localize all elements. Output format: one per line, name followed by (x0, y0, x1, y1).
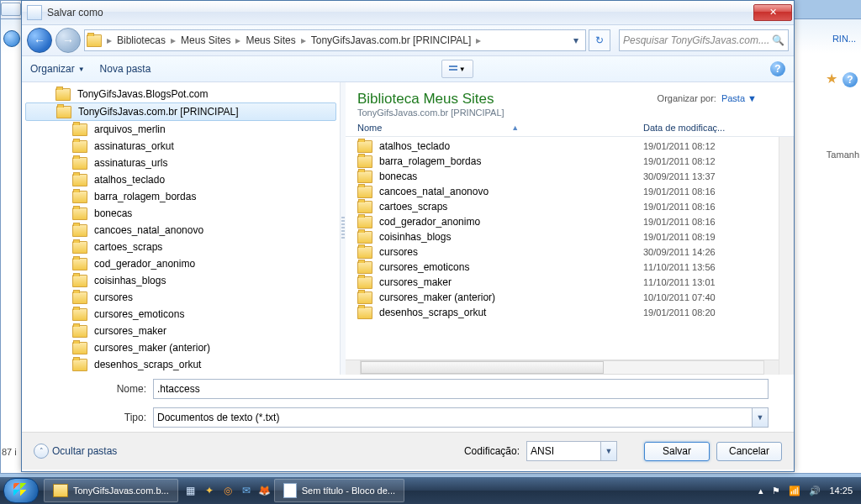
folder-tree[interactable]: TonyGifsJavas.BlogsPot.comTonyGifsJavas.… (22, 82, 341, 375)
file-date: 30/09/2011 13:37 (643, 171, 779, 181)
tree-item[interactable]: cursores_maker (22, 323, 340, 339)
filename-input[interactable] (153, 379, 769, 399)
tree-item[interactable]: cursores_maker (anterior) (22, 339, 340, 356)
file-date: 19/01/2011 08:12 (643, 141, 779, 151)
view-button[interactable]: ▼ (441, 60, 473, 78)
tree-item[interactable]: cancoes_natal_anonovo (22, 222, 340, 239)
list-item[interactable]: cartoes_scraps19/01/2011 08:16 (357, 199, 779, 214)
taskbar-item[interactable]: TonyGifsJavas.com.b... (44, 479, 178, 502)
breadcrumb-seg[interactable]: TonyGifsJavas.com.br [PRINCIPAL] (308, 30, 475, 50)
close-button[interactable] (753, 4, 792, 21)
folder-icon (72, 342, 87, 354)
list-item[interactable]: coisinhas_blogs19/01/2011 08:19 (357, 229, 779, 244)
tray-flag-icon[interactable]: ⚑ (772, 486, 780, 496)
pinned-icon[interactable]: 🦊 (256, 481, 274, 500)
chevron-right-icon[interactable]: ▸ (299, 34, 308, 46)
pinned-icon[interactable]: ▦ (182, 481, 200, 500)
tree-item-label: TonyGifsJavas.com.br [PRINCIPAL] (78, 106, 239, 118)
organize-button[interactable]: Organizar▼ (30, 63, 85, 75)
hide-folders-button[interactable]: ˄ Ocultar pastas (34, 444, 117, 459)
tree-item-label: desenhos_scraps_orkut (94, 359, 201, 370)
tree-item-label: barra_rolagem_bordas (94, 191, 196, 202)
breadcrumb-seg[interactable]: Meus Sites (242, 30, 298, 50)
breadcrumb-seg[interactable]: Bibliotecas (114, 30, 169, 50)
chevron-right-icon[interactable]: ▸ (169, 34, 177, 46)
scrollbar-thumb[interactable] (361, 361, 604, 374)
new-folder-button[interactable]: Nova pasta (100, 63, 151, 75)
refresh-button[interactable]: ↻ (589, 29, 610, 51)
search-icon[interactable]: 🔍 (772, 34, 784, 46)
encoding-combo[interactable]: ANSI ▼ (526, 441, 617, 461)
save-button[interactable]: Salvar (644, 442, 710, 461)
taskbar[interactable]: TonyGifsJavas.com.b... ▦ ✦ ◎ ✉ 🦊 Sem tít… (0, 477, 861, 504)
file-name: cursores_emoticons (379, 261, 469, 273)
organize-by-value[interactable]: Pasta ▼ (721, 93, 757, 103)
chevron-right-icon[interactable]: ▸ (105, 34, 114, 46)
address-bar[interactable]: ▸ Bibliotecas ▸ Meus Sites ▸ Meus Sites … (84, 29, 586, 51)
titlebar[interactable]: Salvar como (22, 1, 794, 25)
tree-item[interactable]: cursores (22, 289, 340, 306)
tree-item[interactable]: bonecas (22, 205, 340, 222)
list-item[interactable]: cursores30/09/2011 14:26 (357, 244, 779, 260)
tray-volume-icon[interactable]: 🔊 (809, 486, 821, 496)
start-button[interactable] (3, 478, 39, 503)
list-item[interactable]: cancoes_natal_anonovo19/01/2011 08:16 (357, 184, 779, 199)
chevron-down-icon[interactable]: ▼ (752, 408, 768, 427)
folder-icon (357, 231, 372, 244)
taskbar-item[interactable]: Sem título - Bloco de... (274, 479, 404, 502)
tree-item[interactable]: desenhos_scraps_orkut (22, 356, 340, 373)
col-name[interactable]: Nome▲ (357, 123, 643, 133)
tree-item[interactable]: TonyGifsJavas.BlogsPot.com (22, 86, 340, 102)
pinned-icon[interactable]: ✦ (200, 481, 219, 500)
bg-tab[interactable]: RIN... (832, 34, 856, 44)
tree-item[interactable]: coisinhas_blogs (22, 272, 340, 289)
file-name: cancoes_natal_anonovo (379, 186, 489, 197)
clock[interactable]: 14:25 (829, 486, 853, 496)
system-tray[interactable]: ▴ ⚑ 📶 🔊 14:25 (758, 486, 858, 496)
list-item[interactable]: bonecas30/09/2011 13:37 (357, 169, 779, 184)
help-button[interactable]: ? (770, 61, 785, 76)
tree-item[interactable]: cartoes_scraps (22, 239, 340, 255)
tree-item[interactable]: atalhos_teclado (22, 171, 340, 188)
bg-nav-button[interactable] (3, 30, 20, 47)
bg-star-icon[interactable]: ★ (826, 72, 839, 86)
forward-button[interactable]: → (55, 28, 81, 53)
tree-item[interactable]: cod_gerador_anonimo (22, 255, 340, 272)
list-item[interactable]: desenhos_scraps_orkut19/01/2011 08:20 (357, 305, 779, 320)
tray-show-hidden-icon[interactable]: ▴ (758, 486, 763, 496)
chevron-right-icon[interactable]: ▸ (474, 34, 483, 46)
back-button[interactable]: ← (27, 28, 52, 53)
tree-item[interactable]: barra_rolagem_bordas (22, 188, 340, 205)
chevron-right-icon[interactable]: ▸ (234, 34, 242, 46)
pinned-icon[interactable]: ✉ (237, 481, 256, 500)
list-item[interactable]: cod_gerador_anonimo19/01/2011 08:16 (357, 214, 779, 229)
bg-minimize-button[interactable] (1, 3, 21, 16)
bg-help-button[interactable]: ? (843, 72, 858, 87)
tree-item[interactable]: TonyGifsJavas.com.br [PRINCIPAL] (25, 102, 336, 121)
list-item[interactable]: barra_rolagem_bordas19/01/2011 08:12 (357, 154, 779, 169)
tree-item-label: cursores (94, 291, 133, 303)
list-item[interactable]: atalhos_teclado19/01/2011 08:12 (357, 139, 779, 154)
list-item[interactable]: cursores_maker11/10/2011 13:01 (357, 275, 779, 290)
pinned-icon[interactable]: ◎ (219, 481, 237, 500)
file-list[interactable]: atalhos_teclado19/01/2011 08:12barra_rol… (346, 137, 779, 360)
chevron-down-icon[interactable]: ▼ (600, 442, 616, 460)
tree-item[interactable]: arquivos_merlin (22, 121, 340, 138)
tree-item[interactable]: assinaturas_urls (22, 155, 340, 171)
tree-item[interactable]: cursores_emoticons (22, 306, 340, 323)
horizontal-scrollbar[interactable] (346, 360, 779, 375)
column-headers[interactable]: Nome▲ Data de modificaç... (346, 123, 794, 137)
tray-network-icon[interactable]: 📶 (789, 486, 800, 496)
encoding-value: ANSI (531, 445, 554, 457)
filetype-combo[interactable]: Documentos de texto (*.txt) ▼ (153, 407, 769, 428)
breadcrumb-seg[interactable]: Meus Sites (177, 30, 234, 50)
tree-item-label: coisinhas_blogs (94, 275, 166, 286)
list-item[interactable]: cursores_emoticons11/10/2011 13:56 (357, 260, 779, 275)
cancel-button[interactable]: Cancelar (716, 442, 782, 461)
vertical-scrollbar[interactable] (779, 137, 794, 375)
path-dropdown-button[interactable]: ▾ (568, 34, 584, 46)
search-input[interactable]: Pesquisar TonyGifsJavas.com.... 🔍 (619, 29, 789, 51)
list-item[interactable]: cursores_maker (anterior)10/10/2011 07:4… (357, 290, 779, 305)
col-date[interactable]: Data de modificaç... (643, 123, 794, 133)
tree-item[interactable]: assinaturas_orkut (22, 138, 340, 155)
